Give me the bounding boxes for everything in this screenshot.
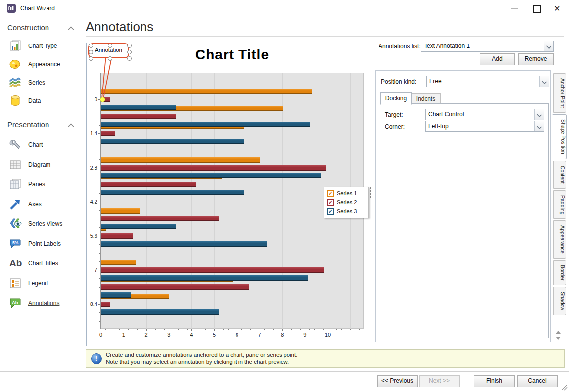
bar-series-1-arg-7[interactable]	[101, 260, 136, 265]
collapse-chevron-icon[interactable]	[69, 123, 73, 127]
tab-scroll-up-icon[interactable]	[556, 331, 561, 334]
sidebar-item-label: Appearance	[28, 61, 60, 68]
finish-button[interactable]: Finish	[474, 375, 515, 387]
legend-checkbox[interactable]: ✓	[327, 190, 334, 197]
legend-item-series-2[interactable]: ✓Series 2	[327, 198, 368, 207]
annotation-callout[interactable]: Annotation	[88, 43, 129, 58]
bar-series-3-arg-7[interactable]	[101, 275, 308, 281]
sidebar-item-chart-type[interactable]: Chart Type	[5, 38, 80, 55]
sidebar-item-series[interactable]: Series	[5, 75, 80, 91]
sidebar-item-series-views[interactable]: Series Views	[5, 216, 80, 233]
bar-series-1-arg-2.8[interactable]	[101, 157, 260, 163]
bar-series-3-arg-4.9[interactable]	[101, 224, 176, 229]
bar-series-2-arg-5.6[interactable]	[101, 233, 133, 239]
sidebar-item-point-labels[interactable]: 5%Point Labels	[5, 236, 80, 253]
annotations-list-combobox[interactable]: Text Annotation 1	[421, 41, 554, 52]
legend-checkbox[interactable]: ✓	[327, 208, 334, 215]
bar-series-2-arg-1.4[interactable]	[101, 131, 115, 136]
cancel-button[interactable]: Cancel	[517, 375, 558, 387]
x-axis-minor-tick	[309, 329, 310, 330]
sidebar-item-appearance[interactable]: Appearance	[5, 56, 80, 73]
sidebar-item-diagram[interactable]: Diagram	[5, 157, 80, 174]
bar-series-3-arg-0.7[interactable]	[101, 122, 310, 127]
chart-title[interactable]: Chart Title	[101, 47, 364, 63]
minimize-button[interactable]	[503, 0, 525, 15]
annotation-category-tabs: Anchor PointShape PositionContentPadding…	[552, 73, 566, 317]
selection-handle[interactable]	[108, 44, 112, 48]
bar-series-2-arg-8.4[interactable]	[101, 302, 110, 307]
x-axis-minor-tick	[282, 329, 283, 330]
legend-checkbox[interactable]: ✓	[327, 199, 334, 206]
bar-series-2-arg-0.7[interactable]	[101, 114, 176, 119]
bar-series-1-arg-0[interactable]	[101, 89, 312, 94]
annotation-callout-label: Annotation	[89, 47, 128, 53]
side-tab-padding[interactable]: Padding	[553, 190, 566, 219]
selection-handle[interactable]	[89, 44, 93, 48]
side-tab-appearance[interactable]: Appearance	[553, 220, 566, 259]
corner-combobox[interactable]: Left-top	[425, 121, 544, 132]
bar-series-3-arg-3.5[interactable]	[101, 190, 244, 195]
chevron-down-icon[interactable]	[544, 41, 553, 51]
side-tab-content[interactable]: Content	[553, 161, 566, 189]
panes-icon	[8, 177, 22, 191]
bar-series-3-arg-7.7[interactable]	[101, 292, 131, 298]
bar-series-2-arg-7.7[interactable]	[101, 284, 249, 290]
add-button[interactable]: Add	[480, 53, 515, 65]
sidebar-section-construction[interactable]: Construction	[7, 23, 49, 33]
selection-handle[interactable]	[89, 56, 93, 61]
selection-handle[interactable]	[108, 56, 112, 61]
chart-preview[interactable]: Chart Title01.42.84.25.678.4012345678910…	[86, 43, 367, 346]
bar-series-3-arg-0[interactable]	[101, 105, 176, 110]
tab-scroll-down-icon[interactable]	[556, 337, 561, 340]
next-button[interactable]: Next >>	[419, 375, 460, 387]
selection-handle[interactable]	[89, 50, 93, 54]
remove-button[interactable]: Remove	[518, 53, 554, 65]
bar-series-2-arg-3.5[interactable]	[101, 182, 196, 187]
title-bar[interactable]: Chart Wizard ✕	[0, 0, 569, 16]
bar-series-3-arg-2.8[interactable]	[101, 173, 321, 178]
side-tab-shadow[interactable]: Shadow	[553, 287, 566, 315]
sidebar-item-axes[interactable]: Axes	[5, 196, 80, 213]
x-axis-minor-tick	[328, 329, 328, 330]
sidebar-item-chart-titles[interactable]: AbChart Titles	[5, 256, 80, 272]
resize-grip[interactable]	[560, 383, 568, 391]
side-tab-shape-position[interactable]: Shape Position	[552, 114, 567, 159]
bar-series-2-arg-2.8[interactable]	[101, 165, 326, 171]
sidebar-section-presentation[interactable]: Presentation	[7, 120, 49, 130]
sidebar-item-legend[interactable]: Legend	[5, 275, 80, 292]
sidebar-item-panes[interactable]: Panes	[5, 176, 80, 193]
close-button[interactable]: ✕	[547, 0, 569, 15]
info-bar: ! Create and customize annotations ancho…	[86, 349, 565, 368]
bar-series-3-arg-1.4[interactable]	[101, 139, 244, 144]
bar-series-3-arg-5.6[interactable]	[101, 241, 267, 247]
y-axis-minor-tick	[99, 142, 100, 142]
appearance-icon	[8, 57, 22, 71]
chevron-down-icon[interactable]	[539, 76, 549, 87]
selection-handle[interactable]	[127, 56, 132, 61]
x-axis-minor-tick	[355, 329, 355, 330]
bar-series-2-arg-7[interactable]	[101, 267, 324, 273]
chevron-down-icon[interactable]	[534, 121, 544, 131]
legend-item-series-1[interactable]: ✓Series 1	[327, 189, 368, 198]
side-tab-anchor-point[interactable]: Anchor Point	[553, 73, 566, 113]
selection-handle[interactable]	[127, 50, 132, 54]
collapse-chevron-icon[interactable]	[69, 26, 73, 30]
chevron-down-icon[interactable]	[534, 109, 544, 120]
sidebar-item-annotations[interactable]: AbAnnotations	[5, 295, 80, 312]
previous-button[interactable]: << Previous	[377, 375, 418, 387]
target-combobox[interactable]: Chart Control	[425, 109, 544, 120]
maximize-button[interactable]	[525, 0, 547, 15]
bar-series-1-arg-4.9[interactable]	[101, 208, 140, 214]
tab-docking[interactable]: Docking	[380, 92, 412, 105]
bar-series-3-arg-8.4[interactable]	[101, 309, 219, 315]
legend-item-series-3[interactable]: ✓Series 3	[327, 207, 368, 216]
sidebar-item-chart[interactable]: Chart	[5, 137, 80, 154]
position-kind-combobox[interactable]: Free	[426, 76, 549, 87]
sidebar-item-data[interactable]: Data	[5, 93, 80, 110]
side-tab-border[interactable]: Border	[553, 260, 566, 286]
selection-handle[interactable]	[127, 44, 132, 48]
annotation-anchor-point[interactable]	[100, 97, 105, 102]
bar-series-2-arg-4.9[interactable]	[101, 216, 219, 221]
x-axis-minor-tick	[133, 329, 133, 330]
y-axis-minor-tick	[99, 193, 100, 194]
